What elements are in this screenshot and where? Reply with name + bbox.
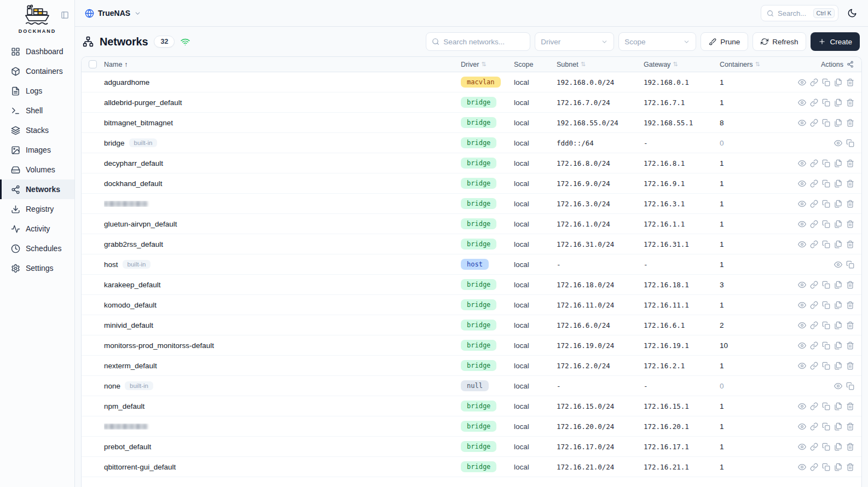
link-icon[interactable] (810, 422, 818, 431)
delete-icon[interactable] (846, 362, 854, 370)
sidebar-collapse-button[interactable] (61, 11, 69, 21)
link-icon[interactable] (810, 240, 818, 248)
copy-icon[interactable] (822, 179, 830, 188)
table-row[interactable]: dockhand_default bridge local 172.16.9.0… (82, 173, 861, 194)
table-row[interactable]: bridge built-in bridge local fdd0::/64 -… (82, 133, 861, 153)
table-row[interactable]: adguardhome macvlan local 192.168.0.0/24… (82, 72, 861, 92)
duplicate-icon[interactable] (834, 321, 842, 329)
view-icon[interactable] (798, 463, 806, 471)
delete-icon[interactable] (846, 98, 854, 107)
table-row[interactable]: host built-in host local - - 1 (82, 254, 861, 275)
view-icon[interactable] (798, 78, 806, 86)
copy-icon[interactable] (822, 362, 830, 370)
copy-icon[interactable] (846, 260, 854, 269)
view-icon[interactable] (798, 240, 806, 248)
copy-icon[interactable] (822, 281, 830, 289)
column-header-subnet[interactable]: Subnet ⇅ (557, 61, 644, 68)
sidebar-item-images[interactable]: Images (0, 140, 74, 160)
duplicate-icon[interactable] (834, 159, 842, 167)
view-icon[interactable] (834, 139, 842, 147)
copy-icon[interactable] (846, 139, 854, 147)
delete-icon[interactable] (846, 220, 854, 228)
view-icon[interactable] (798, 301, 806, 309)
duplicate-icon[interactable] (834, 422, 842, 431)
sidebar-item-shell[interactable]: Shell (0, 101, 74, 120)
link-icon[interactable] (810, 402, 818, 410)
duplicate-icon[interactable] (834, 463, 842, 471)
view-icon[interactable] (834, 260, 842, 269)
duplicate-icon[interactable] (834, 98, 842, 107)
delete-icon[interactable] (846, 301, 854, 309)
view-icon[interactable] (798, 119, 806, 127)
link-icon[interactable] (810, 463, 818, 471)
create-button[interactable]: Create (811, 32, 860, 51)
link-icon[interactable] (810, 78, 818, 86)
sidebar-item-settings[interactable]: Settings (0, 258, 74, 278)
duplicate-icon[interactable] (834, 362, 842, 370)
link-icon[interactable] (810, 301, 818, 309)
duplicate-icon[interactable] (834, 443, 842, 451)
view-icon[interactable] (798, 281, 806, 289)
delete-icon[interactable] (846, 179, 854, 188)
theme-toggle-button[interactable] (847, 8, 857, 18)
duplicate-icon[interactable] (834, 301, 842, 309)
table-row[interactable]: bridge local 172.16.3.0/24 172.16.3.1 1 (82, 194, 861, 214)
link-icon[interactable] (810, 443, 818, 451)
view-icon[interactable] (798, 402, 806, 410)
link-icon[interactable] (810, 220, 818, 228)
table-row[interactable]: none built-in null local - - 0 (82, 376, 861, 396)
duplicate-icon[interactable] (834, 220, 842, 228)
copy-icon[interactable] (822, 220, 830, 228)
copy-icon[interactable] (822, 443, 830, 451)
table-row[interactable]: bitmagnet_bitmagnet bridge local 192.168… (82, 113, 861, 133)
duplicate-icon[interactable] (834, 402, 842, 410)
sidebar-item-activity[interactable]: Activity (0, 219, 74, 239)
column-header-driver[interactable]: Driver ⇅ (461, 61, 514, 68)
prune-button[interactable]: Prune (701, 32, 748, 51)
select-all-checkbox[interactable] (89, 60, 97, 68)
column-header-gateway[interactable]: Gateway ⇅ (644, 61, 720, 68)
view-icon[interactable] (798, 200, 806, 208)
link-icon[interactable] (810, 321, 818, 329)
duplicate-icon[interactable] (834, 341, 842, 350)
delete-icon[interactable] (846, 281, 854, 289)
table-row[interactable]: decypharr_default bridge local 172.16.8.… (82, 153, 861, 173)
duplicate-icon[interactable] (834, 78, 842, 86)
column-header-scope[interactable]: Scope (514, 61, 557, 68)
delete-icon[interactable] (846, 78, 854, 86)
link-icon[interactable] (810, 119, 818, 127)
delete-icon[interactable] (846, 200, 854, 208)
copy-icon[interactable] (846, 382, 854, 390)
sidebar-item-networks[interactable]: Networks (0, 179, 74, 199)
delete-icon[interactable] (846, 240, 854, 248)
table-row[interactable]: grabb2rss_default bridge local 172.16.31… (82, 234, 861, 254)
sidebar-item-logs[interactable]: Logs (0, 81, 74, 101)
view-icon[interactable] (834, 382, 842, 390)
view-icon[interactable] (798, 159, 806, 167)
view-icon[interactable] (798, 362, 806, 370)
copy-icon[interactable] (822, 200, 830, 208)
table-row[interactable]: minivid_default bridge local 172.16.6.0/… (82, 315, 861, 335)
view-icon[interactable] (798, 422, 806, 431)
scope-filter-select[interactable]: Scope (618, 32, 696, 51)
delete-icon[interactable] (846, 422, 854, 431)
sidebar-item-containers[interactable]: Containers (0, 61, 74, 81)
table-row[interactable]: prebot_default bridge local 172.16.17.0/… (82, 437, 861, 457)
table-row[interactable]: karakeep_default bridge local 172.16.18.… (82, 275, 861, 295)
copy-icon[interactable] (822, 463, 830, 471)
networks-search-input[interactable] (443, 38, 524, 46)
table-row[interactable]: bridge local 172.16.20.0/24 172.16.20.1 … (82, 416, 861, 437)
delete-icon[interactable] (846, 443, 854, 451)
duplicate-icon[interactable] (834, 200, 842, 208)
duplicate-icon[interactable] (834, 281, 842, 289)
copy-icon[interactable] (822, 321, 830, 329)
duplicate-icon[interactable] (834, 119, 842, 127)
copy-icon[interactable] (822, 301, 830, 309)
link-icon[interactable] (810, 362, 818, 370)
sidebar-item-registry[interactable]: Registry (0, 199, 74, 219)
sidebar-item-dashboard[interactable]: Dashboard (0, 42, 74, 61)
table-row[interactable]: nexterm_default bridge local 172.16.2.0/… (82, 356, 861, 376)
link-icon[interactable] (810, 341, 818, 350)
view-icon[interactable] (798, 341, 806, 350)
delete-icon[interactable] (846, 463, 854, 471)
